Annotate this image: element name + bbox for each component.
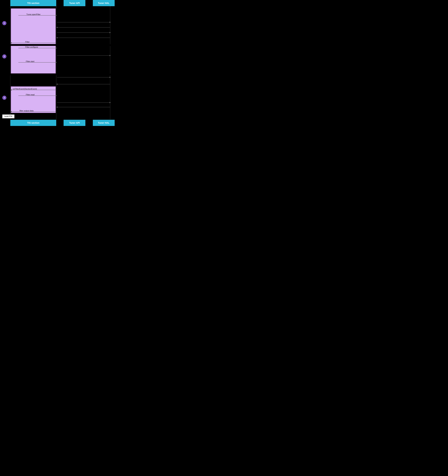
note-build-psi: build PSI [2,114,14,118]
svg-rect-24 [0,74,122,75]
label-tuner-open-filter: Tuner.openFilter [26,13,40,16]
header-tuner-hal: Tuner HAL [93,0,115,6]
step-circle-3: 3 [2,96,6,100]
label-on-filter-event: onFilterEvent(SectionEvent) [13,88,37,90]
header-tis: TIS section [10,0,56,6]
header-bar: TIS section Tuner API Tuner HAL [0,0,122,6]
sequence-diagram: TIS section Tuner API Tuner HAL [0,0,122,126]
footer-tuner-hal: Tuner HAL [93,120,115,126]
svg-marker-9 [56,27,57,28]
svg-rect-29 [11,86,56,113]
diagram-body: Tuner.openFilter Filter Filter.configure… [0,6,122,120]
footer-tuner-api: Tuner API [63,120,85,126]
label-filter-output-data: filter output data [19,110,34,112]
svg-rect-17 [11,46,56,74]
step-circle-1: 1 [2,21,6,25]
svg-marker-21 [109,55,111,56]
svg-rect-16 [0,44,122,46]
header-tuner-api: Tuner API [63,0,85,6]
svg-marker-39 [10,111,12,112]
svg-marker-13 [56,37,57,38]
svg-marker-37 [56,107,57,108]
svg-marker-35 [109,102,111,103]
svg-marker-11 [109,32,111,33]
footer-bar: TIS section Tuner API Tuner HAL [0,120,122,126]
svg-marker-31 [10,89,12,91]
svg-marker-28 [56,84,57,85]
label-filter-return: Filter [25,41,30,43]
label-filter-configure: Filter.configure [25,46,38,48]
svg-marker-19 [56,47,57,49]
svg-marker-15 [10,42,12,44]
svg-marker-26 [109,77,111,78]
svg-marker-5 [56,15,57,16]
footer-tis: TIS section [10,120,56,126]
svg-marker-33 [56,95,57,96]
svg-marker-23 [56,62,57,63]
step-circle-2: 2 [2,54,6,58]
label-filter-start: Filter.start [26,60,34,63]
diagram-svg [0,6,122,120]
label-filter-read: Filter.read [26,94,34,96]
svg-marker-7 [109,22,111,23]
